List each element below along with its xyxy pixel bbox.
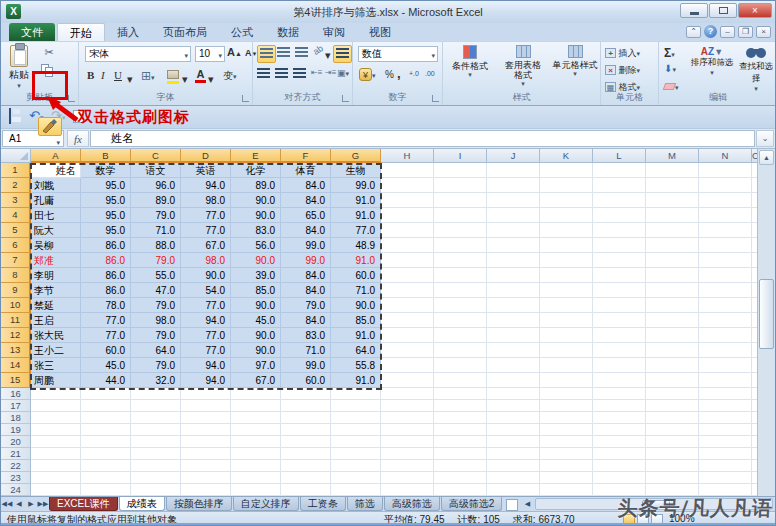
sheet-tab-自定义排序[interactable]: 自定义排序 [233, 497, 299, 511]
cell-styles-button[interactable]: 单元格样式▾ [551, 45, 599, 78]
column-header-E[interactable]: E [231, 149, 281, 163]
row-header-5[interactable]: 5 [1, 223, 31, 238]
column-header-K[interactable]: K [540, 149, 593, 163]
underline-dropdown[interactable]: ▾ [127, 73, 133, 86]
column-header-D[interactable]: D [181, 149, 231, 163]
conditional-formatting-button[interactable]: 条件格式▾ [445, 45, 495, 79]
tab-公式[interactable]: 公式 [219, 23, 265, 41]
column-header-F[interactable]: F [281, 149, 331, 163]
selected-range[interactable]: 姓名数学语文英语化学体育生物刘戡95.096.094.089.084.099.0… [31, 163, 381, 388]
paste-button[interactable]: 粘贴 ▾ [4, 45, 34, 90]
align-center-button[interactable] [275, 68, 288, 80]
font-color-dropdown[interactable]: ▾ [208, 73, 214, 86]
underline-button[interactable]: U [114, 69, 122, 81]
row-header-24[interactable]: 24 [1, 484, 31, 496]
workbook-minimize-icon[interactable]: – [720, 26, 735, 38]
bold-button[interactable]: B [87, 69, 94, 81]
merge-center-button[interactable]: ▣▾ [337, 68, 349, 78]
next-sheet-icon[interactable]: ▶ [25, 497, 37, 511]
help-icon[interactable]: ? [704, 25, 717, 38]
borders-button[interactable]: ⊞▾ [141, 69, 155, 83]
orientation-button[interactable]: ab [311, 43, 325, 57]
sheet-tab-高级筛选[interactable]: 高级筛选 [384, 497, 440, 511]
row-header-4[interactable]: 4 [1, 208, 31, 223]
align-bottom-button[interactable] [295, 47, 308, 59]
row-header-13[interactable]: 13 [1, 343, 31, 358]
column-header-N[interactable]: N [699, 149, 752, 163]
tab-file[interactable]: 文件 [9, 23, 55, 41]
vertical-scroll-thumb[interactable] [759, 279, 774, 349]
sheet-tab-EXCEL课件[interactable]: EXCEL课件 [49, 497, 118, 511]
sheet-tab-成绩表[interactable]: 成绩表 [119, 497, 165, 511]
decrease-decimal-button[interactable]: .00 [425, 70, 435, 77]
row-header-16[interactable]: 16 [1, 388, 31, 400]
increase-decimal-button[interactable]: +.0 [409, 70, 419, 77]
find-select-button[interactable]: 查找和选择▾ [735, 45, 776, 93]
sheet-tab-筛选[interactable]: 筛选 [347, 497, 383, 511]
worksheet-grid[interactable]: 123456789101112131415161718192021222324姓… [1, 163, 759, 496]
column-header-L[interactable]: L [593, 149, 646, 163]
align-right-button[interactable] [293, 68, 306, 80]
font-color-button[interactable]: A [195, 68, 206, 83]
first-sheet-icon[interactable]: ◀◀ [1, 497, 13, 511]
active-cell-a1[interactable]: 姓名 [31, 163, 81, 178]
format-as-table-button[interactable]: 套用表格格式▾ [497, 45, 549, 88]
grow-font-button[interactable]: A▲ [227, 46, 242, 58]
fill-button[interactable]: ⬇▾ [664, 63, 676, 74]
row-header-7[interactable]: 7 [1, 253, 31, 268]
row-header-22[interactable]: 22 [1, 460, 31, 472]
sheet-tab-按颜色排序[interactable]: 按颜色排序 [166, 497, 232, 511]
hscroll-left-icon[interactable]: ◀ [521, 497, 533, 511]
tab-页面布局[interactable]: 页面布局 [151, 23, 219, 41]
row-header-1[interactable]: 1 [1, 163, 31, 178]
row-header-11[interactable]: 11 [1, 313, 31, 328]
minimize-button[interactable] [680, 3, 708, 18]
row-header-17[interactable]: 17 [1, 400, 31, 412]
column-header-I[interactable]: I [434, 149, 487, 163]
number-format-combobox[interactable]: 数值▾ [358, 46, 438, 62]
maximize-button[interactable] [709, 3, 737, 18]
row-header-3[interactable]: 3 [1, 193, 31, 208]
align-middle-button[interactable] [277, 47, 290, 59]
sort-filter-button[interactable]: AZ▼ 排序和筛选▾ [689, 45, 735, 77]
column-header-A[interactable]: A [31, 149, 81, 163]
delete-cells-button[interactable]: × 删除▾ [605, 64, 640, 77]
tab-数据[interactable]: 数据 [265, 23, 311, 41]
workbook-close-icon[interactable]: × [756, 26, 771, 38]
number-dialog-launcher[interactable] [432, 95, 439, 102]
phonetic-guide-button[interactable]: 变▾ [223, 69, 237, 83]
insert-function-button[interactable]: fx [67, 130, 89, 147]
select-all-corner[interactable] [1, 149, 31, 163]
italic-button[interactable]: I [101, 69, 105, 81]
fill-color-dropdown[interactable]: ▾ [182, 73, 188, 86]
expand-formula-bar-icon[interactable]: ⌄ [756, 130, 774, 147]
font-size-combobox[interactable]: 10▾ [195, 46, 225, 62]
wrap-text-button[interactable] [333, 45, 352, 63]
decrease-indent-button[interactable]: ⇤≡ [311, 68, 322, 77]
sheet-tab-工资条[interactable]: 工资条 [300, 497, 346, 511]
column-header-M[interactable]: M [646, 149, 699, 163]
row-header-14[interactable]: 14 [1, 358, 31, 373]
workbook-restore-icon[interactable]: ❐ [738, 26, 753, 38]
row-header-6[interactable]: 6 [1, 238, 31, 253]
row-header-15[interactable]: 15 [1, 373, 31, 388]
insert-cells-button[interactable]: + 插入▾ [605, 47, 640, 60]
insert-worksheet-icon[interactable] [503, 497, 521, 511]
tab-视图[interactable]: 视图 [357, 23, 403, 41]
align-left-button[interactable] [257, 68, 270, 80]
row-header-2[interactable]: 2 [1, 178, 31, 193]
font-name-combobox[interactable]: 宋体▾ [85, 46, 191, 62]
prev-sheet-icon[interactable]: ◀ [13, 497, 25, 511]
row-header-18[interactable]: 18 [1, 412, 31, 424]
cut-button[interactable]: ✂ [41, 46, 57, 59]
vertical-scrollbar[interactable]: ▲ [757, 149, 775, 496]
row-header-21[interactable]: 21 [1, 448, 31, 460]
row-header-12[interactable]: 12 [1, 328, 31, 343]
row-header-9[interactable]: 9 [1, 283, 31, 298]
row-header-10[interactable]: 10 [1, 298, 31, 313]
sheet-tab-高级筛选2[interactable]: 高级筛选2 [441, 497, 503, 511]
comma-style-button[interactable]: , [397, 66, 401, 81]
alignment-dialog-launcher[interactable] [342, 95, 349, 102]
percent-style-button[interactable]: % [385, 69, 394, 80]
row-header-23[interactable]: 23 [1, 472, 31, 484]
